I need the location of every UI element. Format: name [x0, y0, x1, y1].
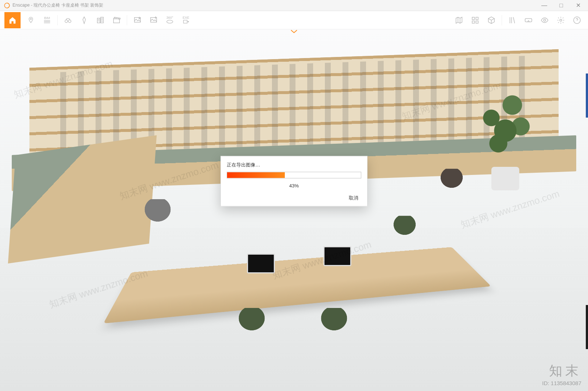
compass-button[interactable] [78, 14, 91, 27]
svg-rect-12 [472, 21, 474, 23]
right-edge-tab [586, 305, 588, 349]
svg-point-2 [65, 20, 68, 22]
progress-percent: 43% [227, 183, 361, 189]
watermark-id: ID: 1135843087 [542, 380, 581, 387]
scene-3d [0, 29, 588, 391]
monitor [247, 254, 275, 273]
potted-plant [470, 84, 540, 190]
svg-point-1 [30, 18, 31, 19]
clapper-button[interactable] [110, 14, 123, 27]
menu-lines-icon [43, 20, 51, 24]
building-icon [96, 16, 104, 24]
bim-icon: BIM [44, 17, 50, 20]
watermark-brand: 知末 [542, 362, 581, 380]
binoculars-icon [64, 16, 72, 24]
pin-button[interactable] [24, 14, 37, 27]
svg-point-3 [68, 20, 71, 22]
help-icon [573, 16, 581, 24]
pin-icon [27, 17, 35, 24]
titlebar: Enscape - 现代办公桌椅 卡座桌椅 书架 装饰架 — □ ✕ [0, 0, 588, 11]
building-button[interactable] [94, 14, 107, 27]
app-logo-icon [4, 2, 10, 9]
settings-button[interactable] [554, 14, 567, 27]
arrow-out-icon [182, 19, 190, 24]
monitor [323, 246, 351, 266]
bench-seating-left [8, 135, 157, 263]
chair [318, 308, 351, 334]
toolbar-separator [127, 15, 127, 25]
panorama-button[interactable]: 360° [163, 14, 176, 27]
close-button[interactable]: ✕ [570, 0, 587, 11]
progress-fill [227, 172, 285, 178]
svg-rect-13 [476, 21, 478, 23]
svg-rect-10 [472, 17, 474, 19]
library-button[interactable] [506, 14, 519, 27]
settings-icon [557, 16, 565, 24]
assets-icon [471, 16, 479, 24]
library-icon [508, 16, 516, 24]
chair [391, 216, 419, 238]
lounge-chair [438, 169, 466, 191]
chair [235, 308, 268, 334]
render-viewport[interactable]: 知末网 www.znzmo.com 知末网 www.znzmo.com 知末网 … [0, 29, 588, 391]
export-exe-icon: EXE [183, 16, 189, 19]
circle-arrow-icon [166, 19, 173, 24]
close-icon: ✕ [576, 2, 581, 9]
visibility-button[interactable] [538, 14, 551, 27]
minimize-icon: — [541, 2, 547, 9]
export-image-icon [150, 16, 158, 24]
map-icon [455, 16, 463, 24]
svg-rect-11 [476, 17, 478, 19]
titlebar-text: Enscape - 现代办公桌椅 卡座桌椅 书架 装饰架 [12, 2, 103, 8]
map-button[interactable] [452, 14, 466, 27]
toolbar-separator [57, 15, 58, 25]
app-window: Enscape - 现代办公桌椅 卡座桌椅 书架 装饰架 — □ ✕ BIM [0, 0, 588, 391]
import-image-button[interactable] [131, 14, 144, 27]
cancel-button[interactable]: 取消 [346, 194, 361, 202]
home-button[interactable] [4, 12, 21, 28]
vr-icon [524, 16, 533, 24]
lounge-chair [141, 199, 174, 225]
export-exe-button[interactable]: EXE [179, 14, 193, 27]
import-image-icon [133, 16, 141, 24]
binoculars-button[interactable] [61, 14, 75, 27]
visibility-icon [541, 16, 549, 24]
cube-button[interactable] [485, 14, 498, 27]
progress-bar [227, 172, 361, 179]
help-button[interactable] [570, 14, 584, 27]
panorama-icon: 360° [166, 16, 173, 19]
maximize-button[interactable]: □ [553, 0, 570, 11]
export-dialog: 正在导出图像… 43% 取消 [220, 156, 368, 207]
toolbar: BIM 360° EXE [0, 11, 588, 29]
cube-icon [487, 16, 495, 24]
svg-point-15 [544, 19, 546, 21]
bim-button[interactable]: BIM [40, 14, 54, 27]
toolbar-separator [502, 15, 502, 25]
export-image-button[interactable] [147, 14, 160, 27]
home-icon [8, 16, 17, 24]
assets-button[interactable] [469, 14, 482, 27]
vr-button[interactable] [522, 14, 535, 27]
watermark-credit: 知末 ID: 1135843087 [542, 362, 581, 387]
svg-rect-4 [97, 18, 100, 23]
svg-point-16 [560, 19, 562, 21]
dialog-title: 正在导出图像… [227, 162, 361, 168]
right-edge-tab [586, 73, 588, 118]
svg-point-9 [167, 20, 173, 23]
maximize-icon: □ [559, 2, 563, 9]
minimize-button[interactable]: — [536, 0, 553, 11]
clapper-icon [112, 16, 121, 24]
compass-icon [80, 16, 88, 24]
